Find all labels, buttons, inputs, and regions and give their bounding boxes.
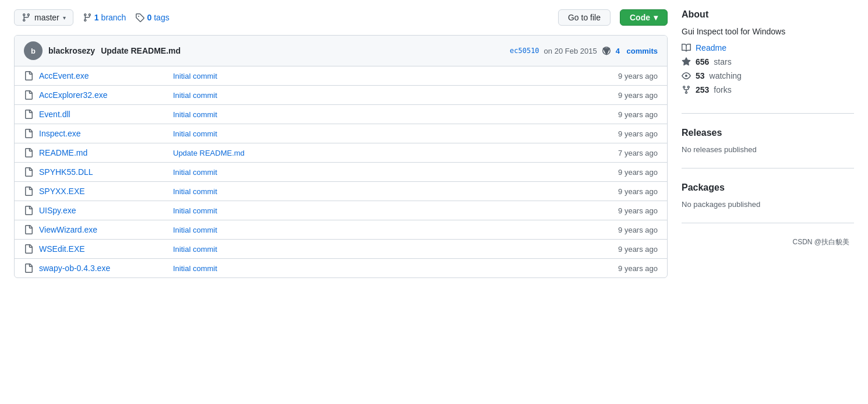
sidebar: About Gui Inspect tool for Windows Readm… (682, 9, 854, 278)
watching-count: 53 (696, 71, 705, 80)
table-row: WSEdit.EXE Initial commit 9 years ago (15, 240, 667, 259)
file-age: 9 years ago (588, 264, 658, 273)
file-commit-message[interactable]: Initial commit (173, 168, 582, 177)
book-icon (682, 43, 691, 52)
about-section: About Gui Inspect tool for Windows Readm… (682, 9, 854, 114)
file-icon (24, 264, 33, 273)
file-age: 9 years ago (588, 245, 658, 254)
watching-label: watching (710, 71, 742, 80)
packages-section: Packages No packages published (682, 182, 854, 223)
table-row: SPYXX.EXE Initial commit 9 years ago (15, 182, 667, 201)
fork-icon (682, 85, 691, 94)
file-icon (24, 71, 33, 80)
chevron-down-icon: ▾ (654, 13, 658, 22)
table-row: AccEvent.exe Initial commit 9 years ago (15, 66, 667, 86)
file-commit-message[interactable]: Initial commit (173, 206, 582, 215)
file-commit-message[interactable]: Update README.md (173, 149, 582, 157)
file-commit-message[interactable]: Initial commit (173, 245, 582, 254)
file-icon (24, 148, 33, 157)
file-age: 9 years ago (588, 187, 658, 196)
file-age: 9 years ago (588, 91, 658, 100)
avatar: b (24, 41, 43, 60)
file-rows: AccEvent.exe Initial commit 9 years ago … (15, 66, 667, 277)
goto-file-button[interactable]: Go to file (558, 9, 611, 26)
eye-icon (682, 71, 691, 80)
file-name[interactable]: AccExplorer32.exe (39, 90, 167, 100)
table-row: Inspect.exe Initial commit 9 years ago (15, 124, 667, 143)
table-row: Event.dll Initial commit 9 years ago (15, 105, 667, 124)
branch-label: branch (101, 13, 126, 22)
table-row: UISpy.exe Initial commit 9 years ago (15, 201, 667, 220)
file-name[interactable]: WSEdit.EXE (39, 244, 167, 254)
toolbar: master ▾ 1 branch 0 tags Go to file Code… (14, 9, 668, 26)
star-icon (682, 57, 691, 66)
file-commit-message[interactable]: Initial commit (173, 264, 582, 273)
file-commit-message[interactable]: Initial commit (173, 72, 582, 80)
releases-title: Releases (682, 128, 854, 138)
table-row: README.md Update README.md 7 years ago (15, 143, 667, 163)
readme-link[interactable]: Readme (696, 43, 726, 52)
stars-label: stars (714, 57, 731, 66)
forks-count: 253 (696, 85, 709, 94)
file-name[interactable]: SPYHK55.DLL (39, 167, 167, 177)
code-button[interactable]: Code ▾ (620, 9, 668, 26)
file-icon (24, 187, 33, 196)
file-name[interactable]: SPYXX.EXE (39, 187, 167, 196)
file-commit-message[interactable]: Initial commit (173, 110, 582, 119)
file-icon (24, 90, 33, 100)
watching-stat: 53 watching (682, 71, 854, 80)
packages-title: Packages (682, 182, 854, 193)
watermark: CSDN @扶白貌美 (682, 237, 854, 247)
file-age: 7 years ago (588, 149, 658, 157)
forks-label: forks (714, 85, 731, 94)
branch-icon (22, 13, 31, 22)
repo-description: Gui Inspect tool for Windows (682, 27, 854, 36)
table-row: SPYHK55.DLL Initial commit 9 years ago (15, 163, 667, 182)
file-commit-message[interactable]: Initial commit (173, 226, 582, 234)
file-icon (24, 129, 33, 138)
tag-count: 0 (147, 13, 151, 22)
file-commit-message[interactable]: Initial commit (173, 187, 582, 196)
stars-count: 656 (696, 57, 709, 66)
file-age: 9 years ago (588, 110, 658, 119)
file-name[interactable]: UISpy.exe (39, 206, 167, 215)
file-name[interactable]: ViewWizard.exe (39, 225, 167, 234)
file-name[interactable]: swapy-ob-0.4.3.exe (39, 264, 167, 273)
commit-header: b blackrosezy Update README.md ec50510 o… (15, 36, 667, 66)
table-row: ViewWizard.exe Initial commit 9 years ag… (15, 220, 667, 240)
commit-message[interactable]: Update README.md (101, 46, 181, 55)
no-releases: No releases published (682, 145, 854, 154)
file-icon (24, 110, 33, 119)
file-icon (24, 206, 33, 215)
file-table: b blackrosezy Update README.md ec50510 o… (14, 35, 668, 278)
file-age: 9 years ago (588, 72, 658, 80)
forks-stat: 253 forks (682, 85, 854, 94)
branch-count: 1 (94, 13, 99, 22)
file-name[interactable]: Inspect.exe (39, 129, 167, 138)
commit-meta: ec50510 on 20 Feb 2015 4 commits (510, 46, 658, 55)
file-age: 9 years ago (588, 226, 658, 234)
table-row: AccExplorer32.exe Initial commit 9 years… (15, 86, 667, 105)
file-commit-message[interactable]: Initial commit (173, 129, 582, 138)
commit-hash[interactable]: ec50510 (510, 47, 539, 55)
file-icon (24, 167, 33, 177)
chevron-down-icon: ▾ (63, 15, 66, 21)
branch-name: master (34, 13, 59, 22)
file-name[interactable]: AccEvent.exe (39, 71, 167, 80)
file-name[interactable]: README.md (39, 148, 167, 157)
file-age: 9 years ago (588, 129, 658, 138)
commit-author[interactable]: blackrosezy (48, 46, 95, 55)
tags-link[interactable]: 0 tags (135, 13, 169, 22)
table-row: swapy-ob-0.4.3.exe Initial commit 9 year… (15, 259, 667, 277)
branches-link[interactable]: 1 branch (83, 13, 126, 22)
file-icon (24, 225, 33, 234)
file-commit-message[interactable]: Initial commit (173, 91, 582, 100)
branch-selector[interactable]: master ▾ (14, 9, 73, 26)
file-age: 9 years ago (588, 206, 658, 215)
stars-stat: 656 stars (682, 57, 854, 66)
main-content: master ▾ 1 branch 0 tags Go to file Code… (14, 9, 668, 278)
file-name[interactable]: Event.dll (39, 110, 167, 119)
commits-count-link[interactable]: 4 commits (616, 47, 658, 55)
commit-date: on 20 Feb 2015 (544, 47, 597, 55)
releases-section: Releases No releases published (682, 128, 854, 168)
